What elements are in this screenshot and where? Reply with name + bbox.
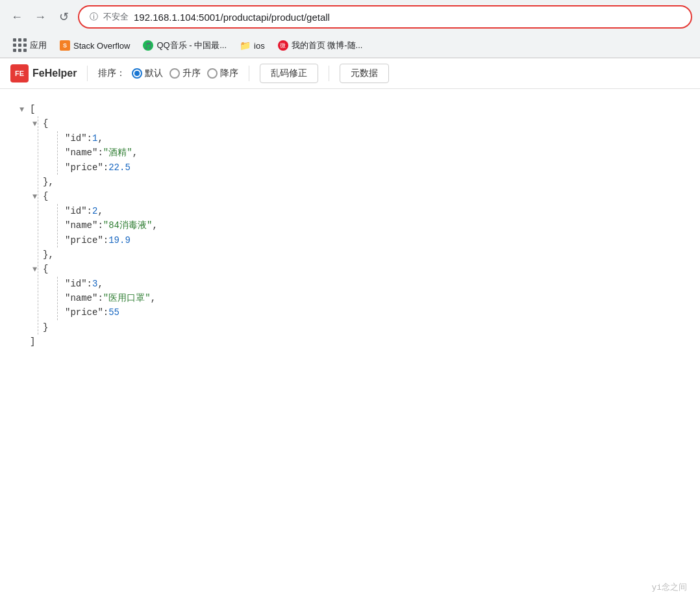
folder-icon: 📁 xyxy=(240,40,251,51)
sort-desc-radio[interactable]: 降序 xyxy=(207,68,238,79)
sort-desc-label: 降序 xyxy=(220,68,238,79)
product2-name-row: "name": "84消毒液" , xyxy=(65,218,681,233)
product2-price-key: "price": xyxy=(65,233,108,247)
nav-bar: ← → ↺ ⓘ 不安全 192.168.1.104:5001/productap… xyxy=(0,0,700,34)
product3-brace-close: } xyxy=(43,320,48,335)
product1-name-row: "name": "酒精" , xyxy=(65,146,681,160)
divider-3 xyxy=(329,66,329,81)
forward-button[interactable]: → xyxy=(31,8,49,26)
sort-default-radio[interactable]: 默认 xyxy=(132,68,163,79)
dashed-line-l2-p3 xyxy=(57,277,58,320)
json-content: ▼ [ ▼ { "id": 1 , "name": "酒精" , "price"… xyxy=(0,89,700,544)
product2-open: ▼ { xyxy=(32,189,681,203)
product3-id-val: 3 xyxy=(92,277,97,291)
sort-label: 排序： xyxy=(98,68,125,79)
so-favicon-icon: S xyxy=(60,40,70,51)
bookmark-qq-music[interactable]: 🎵 QQ音乐 - 中国最... xyxy=(138,38,232,53)
product2-price-row: "price": 19.9 xyxy=(65,233,681,247)
fehelper-logo: FE FeHelper xyxy=(10,64,77,82)
product2-brace-open: { xyxy=(43,189,48,203)
product3-toggle[interactable]: ▼ xyxy=(32,264,40,276)
product1-brace-open: { xyxy=(43,116,48,131)
bookmarks-bar: 应用 S Stack Overflow 🎵 QQ音乐 - 中国最... 📁 io… xyxy=(0,34,700,58)
product2-id-row: "id": 2 , xyxy=(65,204,681,218)
product2-id-val: 2 xyxy=(92,204,97,218)
product3-brace-open: { xyxy=(43,262,48,276)
address-text: 192.168.1.104:5001/productapi/product/ge… xyxy=(134,12,330,23)
apps-label: 应用 xyxy=(30,40,47,51)
dashed-line-l1 xyxy=(38,116,38,335)
product2-name-val: "84消毒液" xyxy=(103,218,153,233)
apps-button[interactable]: 应用 xyxy=(8,36,52,55)
product3-price-val: 55 xyxy=(108,305,119,320)
product3-close: } xyxy=(32,320,681,335)
product1-close: }, xyxy=(32,175,681,189)
root-bracket-close: ] xyxy=(30,335,35,349)
reload-button[interactable]: ↺ xyxy=(55,8,73,26)
bookmark-ios-label: ios xyxy=(254,41,265,51)
product1-id-row: "id": 1 , xyxy=(65,131,681,146)
product2-name-key: "name": xyxy=(65,218,103,233)
sort-asc-radio[interactable]: 升序 xyxy=(169,68,201,79)
fe-icon: FE xyxy=(10,64,29,82)
sort-asc-label: 升序 xyxy=(182,68,201,79)
product2-brace-close: }, xyxy=(43,247,54,262)
divider-1 xyxy=(87,66,88,81)
sort-section: 排序： 默认 升序 降序 xyxy=(98,68,238,79)
root-array-close: ] xyxy=(19,335,681,349)
product3-name-key: "name": xyxy=(65,291,103,305)
product1-id-val: 1 xyxy=(92,131,97,146)
product1-toggle[interactable]: ▼ xyxy=(32,118,40,131)
dashed-line-l2-p1 xyxy=(57,131,58,175)
metadata-button[interactable]: 元数据 xyxy=(340,64,389,83)
qq-favicon-icon: 🎵 xyxy=(143,40,153,51)
luanma-button[interactable]: 乱码修正 xyxy=(260,64,318,83)
fehelper-label: FeHelper xyxy=(32,68,77,79)
address-bar[interactable]: ⓘ 不安全 192.168.1.104:5001/productapi/prod… xyxy=(78,5,692,29)
product2-close: }, xyxy=(32,247,681,262)
divider-2 xyxy=(249,66,249,81)
product2-toggle[interactable]: ▼ xyxy=(32,191,40,203)
product1-name-val: "酒精" xyxy=(103,146,132,160)
back-button[interactable]: ← xyxy=(8,8,26,26)
browser-chrome: ← → ↺ ⓘ 不安全 192.168.1.104:5001/productap… xyxy=(0,0,700,58)
fehelper-toolbar: FE FeHelper 排序： 默认 升序 降序 乱码修正 元数据 xyxy=(0,58,700,89)
bookmark-ios[interactable]: 📁 ios xyxy=(234,38,270,53)
bookmark-qq-label: QQ音乐 - 中国最... xyxy=(156,40,227,51)
product3-price-row: "price": 55 xyxy=(65,305,681,320)
product2-price-val: 19.9 xyxy=(108,233,131,247)
apps-grid-icon xyxy=(13,38,27,53)
bookmark-weibo[interactable]: 微 我的首页 微博-随... xyxy=(273,38,368,53)
bookmark-stack-overflow[interactable]: S Stack Overflow xyxy=(55,38,135,53)
product3-price-key: "price": xyxy=(65,305,108,320)
product1-open: ▼ { xyxy=(32,116,681,131)
security-icon: ⓘ xyxy=(90,11,98,23)
product1-price-row: "price": 22.5 xyxy=(65,160,681,175)
root-toggle[interactable]: ▼ xyxy=(19,104,27,116)
product1-price-key: "price": xyxy=(65,160,108,175)
bookmark-weibo-label: 我的首页 微博-随... xyxy=(292,40,363,51)
dashed-line-l2-p2 xyxy=(57,204,58,247)
product3-name-row: "name": "医用口罩" , xyxy=(65,291,681,305)
bookmark-so-label: Stack Overflow xyxy=(73,41,130,51)
security-label: 不安全 xyxy=(103,11,129,23)
product1-name-key: "name": xyxy=(65,146,103,160)
product1-brace-close: }, xyxy=(43,175,54,189)
sort-default-label: 默认 xyxy=(145,68,163,79)
sort-default-icon xyxy=(132,68,142,79)
product1-price-val: 22.5 xyxy=(108,160,131,175)
product3-id-key: "id": xyxy=(65,277,92,291)
root-array-open: ▼ [ xyxy=(19,102,681,116)
product1-id-key: "id": xyxy=(65,131,92,146)
weibo-favicon-icon: 微 xyxy=(278,40,288,51)
product3-open: ▼ { xyxy=(32,262,681,276)
product3-name-val: "医用口罩" xyxy=(103,291,151,305)
sort-desc-icon xyxy=(207,68,218,79)
product3-id-row: "id": 3 , xyxy=(65,277,681,291)
root-bracket-open: [ xyxy=(30,102,35,116)
product2-id-key: "id": xyxy=(65,204,92,218)
sort-asc-icon xyxy=(169,68,180,79)
